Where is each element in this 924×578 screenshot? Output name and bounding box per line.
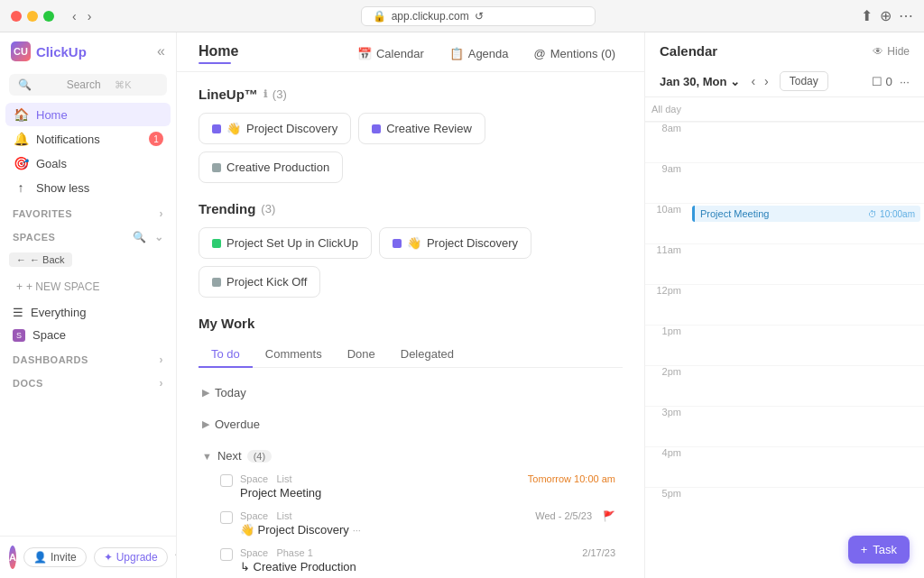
time-slot[interactable] — [688, 244, 924, 284]
time-slot[interactable] — [688, 488, 924, 528]
task-item[interactable]: Space Phase 1 ↳ Creative Production 2/17… — [199, 542, 623, 578]
card-label: Project Set Up in ClickUp — [226, 236, 358, 250]
mentions-button[interactable]: @ Mentions (0) — [527, 43, 623, 64]
calendar-event[interactable]: Project Meeting ⏱ 10:00am — [692, 206, 920, 222]
calendar-next-button[interactable]: › — [761, 72, 772, 90]
time-slot[interactable] — [688, 285, 924, 325]
refresh-icon[interactable]: ↺ — [475, 10, 484, 23]
extensions-icon[interactable]: ⋯ — [899, 7, 913, 24]
next-section-header[interactable]: ▼ Next (4) — [199, 444, 623, 468]
overdue-section-header[interactable]: ▶ Overdue — [199, 412, 623, 436]
close-button[interactable] — [11, 11, 22, 22]
mentions-btn-label: Mentions (0) — [550, 47, 615, 60]
sidebar-item-everything[interactable]: ☰ Everything — [0, 301, 176, 324]
time-label: 5pm — [645, 488, 688, 499]
sidebar-item-goals[interactable]: 🎯 Goals — [5, 151, 171, 175]
task-list: List — [276, 510, 291, 521]
lineup-card-0[interactable]: 👋 Project Discovery — [199, 113, 351, 144]
my-work-tabs: To do Comments Done Delegated — [199, 342, 623, 368]
calendar-prev-button[interactable]: ‹ — [747, 72, 759, 90]
minimize-button[interactable] — [27, 11, 38, 22]
tab-todo[interactable]: To do — [199, 342, 253, 368]
spaces-arrow-icon: ⌄ — [154, 231, 164, 243]
time-slot[interactable] — [688, 407, 924, 446]
time-slot[interactable] — [688, 447, 924, 487]
sidebar-footer: A 👤 Invite ✦ Upgrade ? — [0, 536, 176, 578]
favorites-section-header[interactable]: FAVORITES › — [0, 200, 176, 224]
star-icon: ✦ — [104, 551, 113, 564]
task-item[interactable]: Space List 👋 Project Discovery ··· Wed -… — [199, 505, 623, 542]
back-nav-button[interactable]: ‹ — [69, 7, 80, 25]
app: CU ClickUp « 🔍 Search ⌘K 🏠 Home 🔔 Notifi… — [0, 32, 924, 578]
time-label: 11am — [645, 244, 688, 255]
add-tab-icon[interactable]: ⊕ — [880, 7, 892, 24]
sidebar-search[interactable]: 🔍 Search ⌘K — [9, 74, 167, 96]
tab-delegated[interactable]: Delegated — [388, 342, 467, 368]
calendar-hide-button[interactable]: 👁 Hide — [873, 45, 910, 58]
time-slot[interactable] — [688, 123, 924, 162]
spaces-section-header[interactable]: SPACES 🔍 ⌄ — [0, 224, 176, 247]
upgrade-button[interactable]: ✦ Upgrade — [94, 547, 168, 567]
dashboards-label: DASHBOARDS — [13, 354, 88, 365]
trending-card-1[interactable]: 👋 Project Discovery — [379, 227, 531, 259]
task-fab-button[interactable]: + Task — [848, 536, 910, 564]
calendar-date-display: Jan 30, Mon ⌄ — [660, 75, 740, 88]
invite-button[interactable]: 👤 Invite — [23, 547, 87, 567]
agenda-button[interactable]: 📋 Agenda — [442, 43, 516, 64]
tab-done[interactable]: Done — [335, 342, 388, 368]
share-icon[interactable]: ⬆ — [861, 7, 873, 24]
lineup-count: (3) — [273, 87, 287, 101]
forward-nav-button[interactable]: › — [84, 7, 96, 25]
card-dot — [212, 163, 221, 172]
lineup-card-1[interactable]: Creative Review — [358, 113, 485, 144]
time-label: 1pm — [645, 326, 688, 336]
page-title-container: Home — [199, 43, 238, 64]
tab-comments[interactable]: Comments — [253, 342, 335, 368]
sidebar-nav: 🏠 Home 🔔 Notifications 1 🎯 Goals ↑ Show … — [0, 103, 176, 200]
logo: CU ClickUp — [11, 41, 87, 61]
task-space: Space — [240, 547, 268, 558]
date-dropdown-icon[interactable]: ⌄ — [730, 75, 740, 88]
docs-section-header[interactable]: DOCS › — [0, 370, 176, 393]
calendar-add-button[interactable]: ☐ 0 — [872, 75, 892, 88]
trending-card-0[interactable]: Project Set Up in ClickUp — [199, 227, 372, 259]
back-icon: ← — [16, 254, 26, 265]
task-checkbox[interactable] — [220, 548, 233, 561]
sidebar-item-home[interactable]: 🏠 Home — [5, 103, 171, 126]
time-row-9am: 9am — [645, 162, 924, 203]
maximize-button[interactable] — [43, 11, 54, 22]
sidebar-item-notifications[interactable]: 🔔 Notifications 1 — [5, 127, 171, 151]
new-space-button[interactable]: + + NEW SPACE — [9, 276, 167, 298]
time-label: 3pm — [645, 407, 688, 417]
time-slot[interactable] — [688, 326, 924, 365]
eye-icon: 👁 — [873, 45, 883, 58]
today-section-header[interactable]: ▶ Today — [199, 381, 623, 405]
lineup-section-title: LineUp™ ℹ (3) — [199, 87, 623, 102]
calendar-button[interactable]: 📅 Calendar — [350, 43, 431, 64]
time-slot[interactable]: Project Meeting ⏱ 10:00am — [688, 204, 924, 243]
task-checkbox[interactable] — [220, 474, 233, 487]
calendar-today-button[interactable]: Today — [780, 71, 828, 91]
dashboards-section-header[interactable]: DASHBOARDS › — [0, 346, 176, 370]
time-label: 10am — [645, 204, 688, 215]
task-checkbox[interactable] — [220, 511, 233, 524]
agenda-icon: 📋 — [449, 47, 464, 60]
avatar[interactable]: A — [9, 546, 16, 569]
sidebar-item-space[interactable]: S Space — [0, 324, 176, 346]
task-info: Space Phase 1 ↳ Creative Production — [240, 547, 575, 573]
lineup-card-2[interactable]: Creative Production — [199, 151, 343, 183]
task-item[interactable]: Space List Project Meeting Tomorrow 10:0… — [199, 468, 623, 505]
lineup-info-icon[interactable]: ℹ — [263, 88, 267, 100]
trending-card-2[interactable]: Project Kick Off — [199, 266, 320, 298]
calendar-more-button[interactable]: ··· — [900, 75, 910, 88]
task-options-icon[interactable]: ··· — [353, 525, 361, 536]
back-button[interactable]: ← ← Back — [9, 252, 72, 267]
time-slot[interactable] — [688, 366, 924, 406]
sidebar-item-show-less[interactable]: ↑ Show less — [5, 176, 171, 199]
task-fab-label: Task — [873, 543, 897, 556]
search-spaces-icon[interactable]: 🔍 — [133, 231, 147, 243]
time-slot[interactable] — [688, 163, 924, 203]
sidebar-collapse-button[interactable]: « — [157, 43, 165, 60]
url-bar[interactable]: 🔒 app.clickup.com ↺ — [361, 6, 596, 26]
task-list: List — [276, 473, 291, 484]
